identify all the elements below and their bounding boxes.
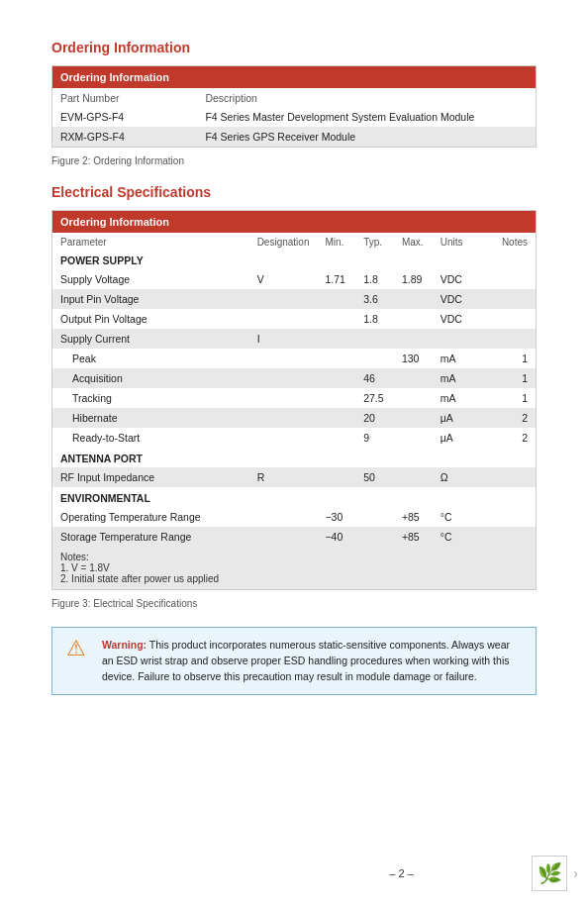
elec-col-param: Parameter: [52, 233, 249, 250]
elec-units: mA: [433, 388, 471, 408]
elec-units: °C: [433, 527, 471, 547]
electrical-data-row: Supply Current I: [52, 329, 536, 349]
elec-min: [317, 309, 355, 329]
elec-desig: [249, 428, 318, 448]
elec-notes: [471, 309, 536, 329]
electrical-data-row: Supply Voltage V 1.71 1.8 1.89 VDC: [52, 269, 536, 289]
notes-area: Notes:1. V = 1.8V2. Initial state after …: [52, 547, 536, 589]
electrical-group-row: POWER SUPPLY: [52, 250, 536, 269]
elec-notes: [471, 289, 536, 309]
note-line: 2. Initial state after power us applied: [60, 573, 528, 584]
elec-typ: [355, 507, 394, 527]
elec-typ: [355, 349, 394, 368]
elec-min: 1.71: [317, 269, 355, 289]
elec-max: [394, 368, 433, 388]
ordering-table-header: Ordering Information: [52, 66, 536, 88]
elec-notes: 1: [471, 349, 536, 368]
electrical-table: Parameter Designation Min. Typ. Max. Uni…: [52, 233, 536, 589]
elec-typ: [355, 329, 394, 349]
elec-units: [433, 329, 471, 349]
warning-icon: ⚠: [66, 638, 94, 659]
electrical-data-row: Acquisition 46 mA 1: [52, 368, 536, 388]
elec-units: μA: [433, 428, 471, 448]
ordering-col-desc: Description: [197, 88, 536, 107]
elec-units: mA: [433, 349, 471, 368]
elec-param: Ready-to-Start: [52, 428, 249, 448]
elec-param: Output Pin Voltage: [52, 309, 249, 329]
electrical-data-row: Input Pin Voltage 3.6 VDC: [52, 289, 536, 309]
elec-notes: 2: [471, 428, 536, 448]
elec-min: [317, 467, 355, 487]
warning-label: Warning:: [102, 639, 147, 651]
ordering-desc: F4 Series Master Development System Eval…: [197, 107, 536, 127]
elec-col-min: Min.: [317, 233, 355, 250]
ordering-part: RXM-GPS-F4: [52, 127, 197, 147]
electrical-group-row: ENVIRONMENTAL: [52, 487, 536, 507]
footer-page-number: – 2 –: [271, 867, 533, 879]
elec-desig: [249, 527, 318, 547]
group-label: POWER SUPPLY: [52, 250, 536, 269]
elec-typ: 46: [355, 368, 394, 388]
footer-logo: 🌿: [532, 856, 567, 891]
elec-min: [317, 368, 355, 388]
elec-max: +85: [394, 527, 433, 547]
warning-box: ⚠ Warning: This product incorporates num…: [51, 627, 537, 695]
elec-notes: [471, 507, 536, 527]
elec-desig: [249, 507, 318, 527]
ordering-title: Ordering Information: [51, 40, 537, 55]
warning-body: This product incorporates numerous stati…: [102, 639, 510, 682]
elec-desig: I: [249, 329, 318, 349]
elec-units: Ω: [433, 467, 471, 487]
electrical-data-row: Tracking 27.5 mA 1: [52, 388, 536, 408]
elec-param: Storage Temperature Range: [52, 527, 249, 547]
elec-units: mA: [433, 368, 471, 388]
electrical-data-row: Operating Temperature Range −30 +85 °C: [52, 507, 536, 527]
electrical-table-wrapper: Ordering Information Parameter Designati…: [51, 210, 537, 590]
electrical-caption: Figure 3: Electrical Specifications: [51, 598, 537, 609]
elec-min: −40: [317, 527, 355, 547]
ordering-row: RXM-GPS-F4F4 Series GPS Receiver Module: [52, 127, 536, 147]
elec-notes: 1: [471, 368, 536, 388]
elec-units: μA: [433, 408, 471, 428]
elec-max: [394, 289, 433, 309]
elec-col-desig: Designation: [249, 233, 318, 250]
elec-typ: 50: [355, 467, 394, 487]
elec-typ: 20: [355, 408, 394, 428]
elec-col-typ: Typ.: [355, 233, 394, 250]
elec-min: [317, 289, 355, 309]
elec-units: VDC: [433, 309, 471, 329]
elec-max: 1.89: [394, 269, 433, 289]
warning-text: Warning: This product incorporates numer…: [102, 638, 522, 684]
elec-param: Peak: [52, 349, 249, 368]
elec-min: [317, 329, 355, 349]
elec-param: Hibernate: [52, 408, 249, 428]
note-line: 1. V = 1.8V: [60, 562, 528, 573]
electrical-title: Electrical Specifications: [51, 184, 537, 200]
elec-col-units: Units: [433, 233, 471, 250]
elec-param: Acquisition: [52, 368, 249, 388]
elec-min: −30: [317, 507, 355, 527]
elec-max: [394, 388, 433, 408]
elec-typ: 27.5: [355, 388, 394, 408]
footer-arrow: ›: [569, 865, 578, 881]
ordering-table: Part Number Description EVM-GPS-F4F4 Ser…: [52, 88, 536, 147]
elec-max: 130: [394, 349, 433, 368]
elec-units: VDC: [433, 289, 471, 309]
electrical-data-row: Output Pin Voltage 1.8 VDC: [52, 309, 536, 329]
elec-col-notes: Notes: [471, 233, 536, 250]
ordering-caption: Figure 2: Ordering Information: [51, 155, 537, 166]
ordering-table-wrapper: Ordering Information Part Number Descrip…: [51, 65, 537, 148]
electrical-data-row: Peak 130 mA 1: [52, 349, 536, 368]
electrical-data-row: Ready-to-Start 9 μA 2: [52, 428, 536, 448]
elec-desig: [249, 408, 318, 428]
elec-max: [394, 329, 433, 349]
electrical-table-header: Ordering Information: [52, 211, 536, 233]
elec-typ: [355, 527, 394, 547]
electrical-data-row: Storage Temperature Range −40 +85 °C: [52, 527, 536, 547]
elec-max: [394, 408, 433, 428]
ordering-part: EVM-GPS-F4: [52, 107, 197, 127]
elec-notes: 2: [471, 408, 536, 428]
electrical-data-row: Hibernate 20 μA 2: [52, 408, 536, 428]
elec-notes: 1: [471, 388, 536, 408]
elec-col-max: Max.: [394, 233, 433, 250]
